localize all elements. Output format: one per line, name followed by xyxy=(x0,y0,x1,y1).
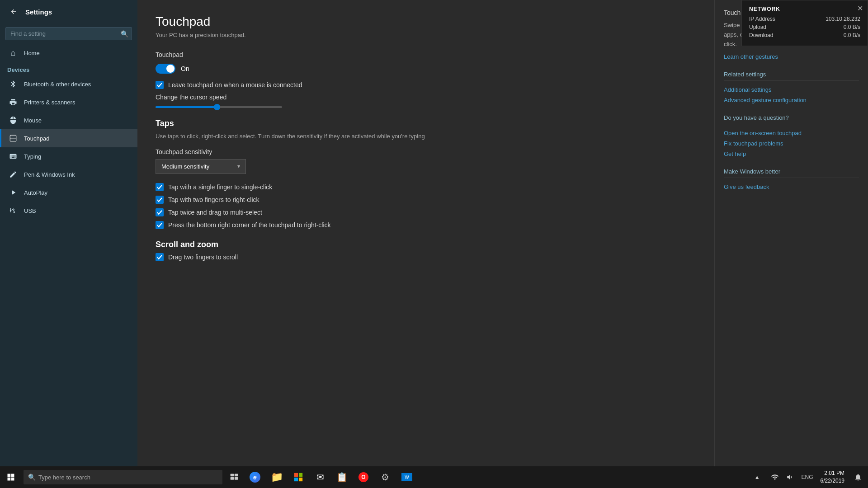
mouse-connected-label: Leave touchpad on when a mouse is connec… xyxy=(168,81,302,89)
network-ip-row: IP Address 103.10.28.232 xyxy=(749,16,860,22)
start-button[interactable] xyxy=(0,466,22,488)
opera-icon: O xyxy=(359,472,368,482)
language-button[interactable]: ENG xyxy=(798,466,817,488)
touchpad-toggle[interactable] xyxy=(156,64,175,74)
network-button[interactable] xyxy=(767,466,783,488)
sidebar-item-typing[interactable]: Typing xyxy=(0,147,137,165)
sensitivity-dropdown-row: Touchpad sensitivity Medium sensitivity … xyxy=(156,148,696,174)
advanced-gesture-link[interactable]: Advanced gesture configuration xyxy=(724,97,859,103)
taskbar-explorer-button[interactable]: 📁 xyxy=(266,466,288,488)
feedback-link[interactable]: Give us feedback xyxy=(724,183,859,190)
taskbar-search[interactable]: 🔍 Type here to search xyxy=(24,470,222,484)
download-label: Download xyxy=(749,32,773,38)
task-view-button[interactable] xyxy=(224,466,244,488)
search-icon: 🔍 xyxy=(121,30,128,38)
corner-press-label: Press the bottom right corner of the tou… xyxy=(168,221,331,229)
corner-press-row: Press the bottom right corner of the tou… xyxy=(156,221,696,229)
sidebar-item-mouse[interactable]: Mouse xyxy=(0,111,137,129)
settings-app-icon: ⚙ xyxy=(381,472,389,483)
make-better-section: Make Windows better Give us feedback xyxy=(724,168,859,190)
chevron-up-icon: ▲ xyxy=(755,474,760,480)
onscreen-touchpad-link[interactable]: Open the on-screen touchpad xyxy=(724,130,859,136)
notification-icon xyxy=(854,473,862,481)
related-settings-title: Related settings xyxy=(724,71,859,81)
fix-touchpad-link[interactable]: Fix touchpad problems xyxy=(724,140,859,147)
sound-button[interactable] xyxy=(783,466,798,488)
additional-settings-link[interactable]: Additional settings xyxy=(724,86,859,93)
svg-rect-7 xyxy=(299,473,302,477)
network-upload-row: Upload 0.0 B/s xyxy=(749,24,860,30)
network-overlay: NETWORK ✕ IP Address 103.10.28.232 Uploa… xyxy=(741,0,868,46)
slider-thumb[interactable] xyxy=(214,104,220,110)
question-title: Do you have a question? xyxy=(724,114,859,124)
taskbar-green-button[interactable]: 📋 xyxy=(331,466,353,488)
clock-button[interactable]: 2:01 PM 6/22/2019 xyxy=(817,469,848,485)
sidebar-title: Settings xyxy=(25,8,52,16)
two-finger-checkbox[interactable] xyxy=(156,196,164,204)
taps-heading: Taps xyxy=(156,119,696,128)
sensitivity-dropdown[interactable]: Medium sensitivity ▾ xyxy=(156,159,246,174)
make-better-title: Make Windows better xyxy=(724,168,859,178)
taskbar-settings-button[interactable]: ⚙ xyxy=(374,466,396,488)
usb-icon xyxy=(9,206,18,215)
store-icon xyxy=(293,472,303,482)
notification-button[interactable] xyxy=(848,466,868,488)
sidebar-item-bluetooth[interactable]: Bluetooth & other devices xyxy=(0,75,137,93)
touchpad-section-label: Touchpad xyxy=(156,51,696,58)
system-tray: ▲ ENG 2:01 PM 6/22/2019 xyxy=(747,466,868,488)
show-hidden-icons-button[interactable]: ▲ xyxy=(747,466,767,488)
sidebar-item-pen[interactable]: Pen & Windows Ink xyxy=(0,165,137,183)
touchpad-toggle-row: On xyxy=(156,64,696,74)
sidebar-section-label: Devices xyxy=(0,62,137,75)
drag-scroll-label: Drag two fingers to scroll xyxy=(168,253,238,261)
sidebar-item-label: Printers & scanners xyxy=(24,99,75,106)
mouse-connected-row: Leave touchpad on when a mouse is connec… xyxy=(156,81,696,89)
sound-icon xyxy=(786,473,794,481)
svg-rect-5 xyxy=(235,477,238,480)
search-box[interactable]: 🔍 xyxy=(5,27,132,40)
double-tap-checkbox[interactable] xyxy=(156,208,164,216)
back-button[interactable] xyxy=(7,5,20,18)
pen-icon xyxy=(9,170,18,179)
sidebar-item-label: AutoPlay xyxy=(24,189,47,196)
date-display: 6/22/2019 xyxy=(821,477,844,485)
question-section: Do you have a question? Open the on-scre… xyxy=(724,114,859,157)
taskbar-search-icon: 🔍 xyxy=(28,474,36,481)
right-panel: Touch and go Swipe up with three fingers… xyxy=(714,0,868,488)
ip-label: IP Address xyxy=(749,16,775,22)
network-close-button[interactable]: ✕ xyxy=(857,4,863,13)
taskbar-edge-button[interactable]: e xyxy=(244,466,266,488)
sidebar-item-autoplay[interactable]: AutoPlay xyxy=(0,183,137,202)
drag-scroll-checkbox[interactable] xyxy=(156,253,164,261)
taps-desc: Use taps to click, right-click and selec… xyxy=(156,132,696,141)
sidebar-item-printers[interactable]: Printers & scanners xyxy=(0,93,137,111)
search-input[interactable] xyxy=(5,27,132,40)
mouse-connected-checkbox[interactable] xyxy=(156,81,164,89)
sidebar-item-touchpad[interactable]: Touchpad xyxy=(0,129,137,147)
sidebar-item-usb[interactable]: USB xyxy=(0,202,137,220)
toggle-knob xyxy=(166,65,175,73)
sidebar-item-home[interactable]: ⌂ Home xyxy=(0,44,137,62)
touchpad-icon xyxy=(9,134,18,143)
home-icon: ⌂ xyxy=(9,48,18,57)
svg-rect-2 xyxy=(231,474,234,477)
ip-value: 103.10.28.232 xyxy=(826,16,860,22)
scroll-heading: Scroll and zoom xyxy=(156,240,696,249)
learn-gestures-link[interactable]: Learn other gestures xyxy=(724,53,859,60)
svg-rect-9 xyxy=(299,478,302,481)
slider-track xyxy=(156,106,282,108)
slider-fill xyxy=(156,106,216,108)
taskbar-store-button[interactable] xyxy=(288,466,309,488)
single-tap-checkbox[interactable] xyxy=(156,183,164,191)
double-tap-label: Tap twice and drag to multi-select xyxy=(168,209,262,216)
taskbar-search-text: Type here to search xyxy=(38,474,90,481)
explorer-icon: 📁 xyxy=(271,471,283,483)
page-subtitle: Your PC has a precision touchpad. xyxy=(156,32,696,38)
taskbar-mail-button[interactable]: ✉ xyxy=(309,466,331,488)
two-finger-row: Tap with two fingers to right-click xyxy=(156,196,696,204)
corner-press-checkbox[interactable] xyxy=(156,221,164,229)
taskbar-blue-app-button[interactable]: W xyxy=(396,466,418,488)
sidebar-item-label: Pen & Windows Ink xyxy=(24,171,75,178)
taskbar-opera-button[interactable]: O xyxy=(353,466,374,488)
get-help-link[interactable]: Get help xyxy=(724,150,859,157)
